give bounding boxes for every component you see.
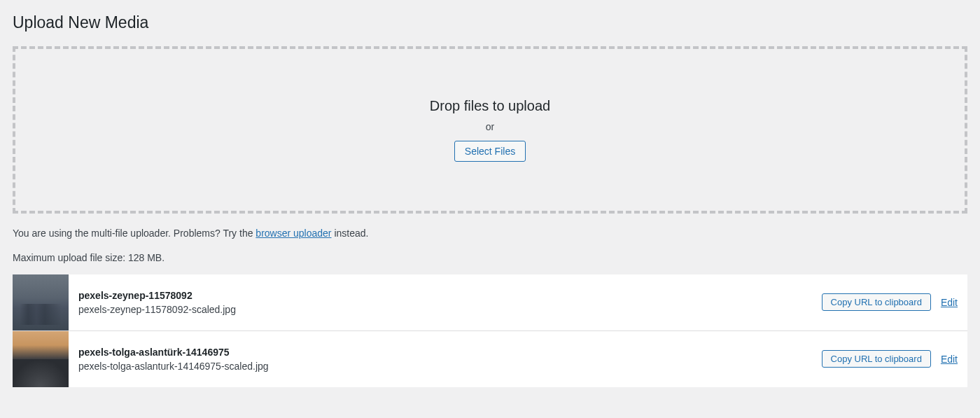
media-actions: Copy URL to clipboard Edit (822, 350, 967, 368)
media-filename: pexels-tolga-aslanturk-14146975-scaled.j… (78, 361, 812, 372)
browser-uploader-link[interactable]: browser uploader (255, 228, 331, 239)
help-prefix: You are using the multi-file uploader. P… (13, 228, 255, 239)
media-thumbnail (13, 274, 69, 330)
dropzone-or-text: or (29, 121, 951, 132)
uploader-help-text: You are using the multi-file uploader. P… (13, 226, 967, 241)
edit-link[interactable]: Edit (941, 297, 958, 308)
media-info: pexels-tolga-aslantürk-14146975 pexels-t… (69, 347, 822, 372)
edit-link[interactable]: Edit (941, 354, 958, 365)
max-upload-size: Maximum upload file size: 128 MB. (13, 252, 967, 263)
uploaded-media-list: pexels-zeynep-11578092 pexels-zeynep-115… (13, 274, 967, 387)
media-filename: pexels-zeynep-11578092-scaled.jpg (78, 304, 812, 315)
select-files-button[interactable]: Select Files (454, 141, 526, 162)
copy-url-button[interactable]: Copy URL to clipboard (822, 350, 931, 368)
media-title: pexels-tolga-aslantürk-14146975 (78, 347, 812, 358)
media-actions: Copy URL to clipboard Edit (822, 293, 967, 311)
dropzone-heading: Drop files to upload (29, 98, 951, 114)
media-title: pexels-zeynep-11578092 (78, 290, 812, 301)
media-item: pexels-tolga-aslantürk-14146975 pexels-t… (13, 331, 967, 387)
media-item: pexels-zeynep-11578092 pexels-zeynep-115… (13, 274, 967, 331)
page-title: Upload New Media (13, 13, 967, 34)
upload-dropzone[interactable]: Drop files to upload or Select Files (13, 46, 967, 214)
media-info: pexels-zeynep-11578092 pexels-zeynep-115… (69, 290, 822, 315)
copy-url-button[interactable]: Copy URL to clipboard (822, 293, 931, 311)
help-suffix: instead. (332, 228, 369, 239)
media-thumbnail (13, 331, 69, 387)
